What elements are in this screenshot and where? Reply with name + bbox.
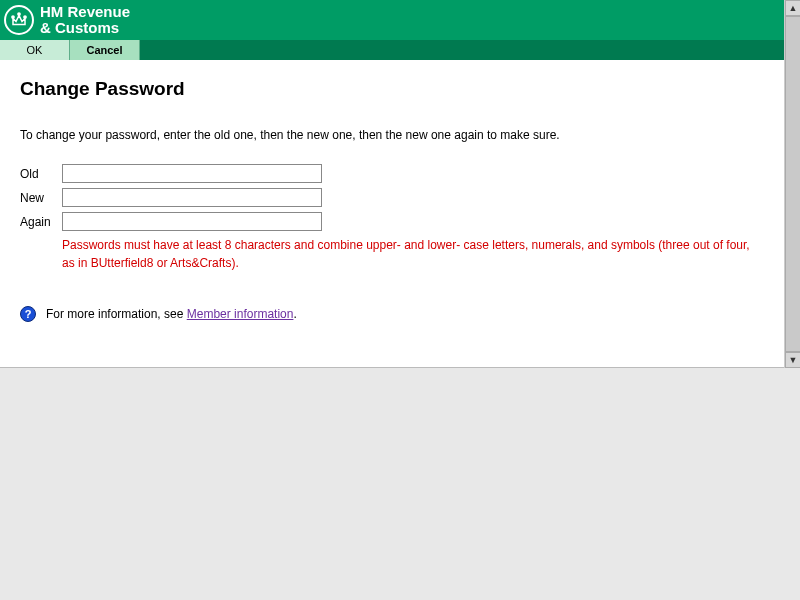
brand-logo: HM Revenue & Customs xyxy=(4,4,130,36)
old-password-row: Old xyxy=(20,164,780,183)
new-password-input[interactable] xyxy=(62,188,322,207)
instruction-text: To change your password, enter the old o… xyxy=(20,128,780,142)
member-information-link[interactable]: Member information xyxy=(187,307,294,321)
scroll-up-button[interactable]: ▲ xyxy=(785,0,800,16)
old-password-input[interactable] xyxy=(62,164,322,183)
new-password-row: New xyxy=(20,188,780,207)
again-password-input[interactable] xyxy=(62,212,322,231)
cancel-button[interactable]: Cancel xyxy=(70,40,140,60)
scroll-down-button[interactable]: ▼ xyxy=(785,352,800,368)
brand-line2: & Customs xyxy=(40,20,130,36)
new-password-label: New xyxy=(20,191,62,205)
info-suffix: . xyxy=(293,307,296,321)
again-password-label: Again xyxy=(20,215,62,229)
brand-line1: HM Revenue xyxy=(40,4,130,20)
password-hint: Passwords must have at least 8 character… xyxy=(62,236,762,272)
vertical-scrollbar[interactable]: ▲ ▼ xyxy=(784,0,800,368)
info-text: For more information, see Member informa… xyxy=(46,307,297,321)
info-row: ? For more information, see Member infor… xyxy=(20,306,780,322)
info-icon: ? xyxy=(20,306,36,322)
brand-header: HM Revenue & Customs xyxy=(0,0,800,40)
page-title: Change Password xyxy=(20,78,780,100)
content-panel: Change Password To change your password,… xyxy=(0,60,800,368)
info-prefix: For more information, see xyxy=(46,307,187,321)
again-password-row: Again xyxy=(20,212,780,231)
ok-button[interactable]: OK xyxy=(0,40,70,60)
action-toolbar: OK Cancel xyxy=(0,40,800,60)
svg-point-2 xyxy=(24,16,26,18)
svg-point-0 xyxy=(12,16,14,18)
scroll-thumb[interactable] xyxy=(785,16,800,352)
crown-icon xyxy=(4,5,34,35)
old-password-label: Old xyxy=(20,167,62,181)
svg-point-1 xyxy=(18,13,20,15)
